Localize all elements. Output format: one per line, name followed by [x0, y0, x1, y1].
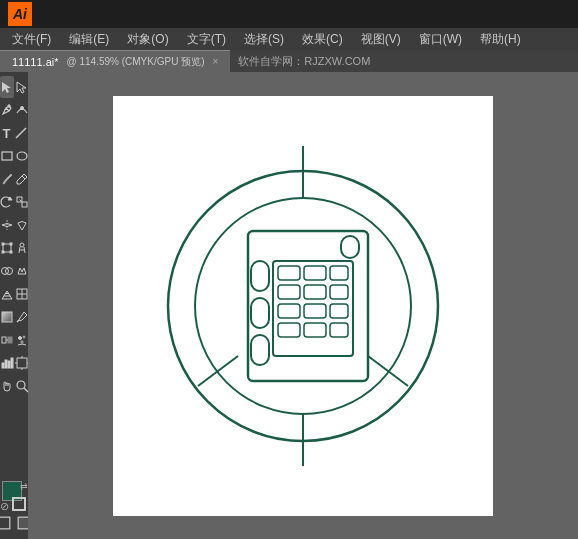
symbol-sprayer-tool[interactable]: [15, 329, 29, 351]
svg-rect-15: [10, 251, 12, 253]
svg-point-29: [20, 341, 22, 343]
menu-file[interactable]: 文件(F): [4, 29, 59, 50]
svg-rect-31: [5, 360, 7, 368]
svg-rect-42: [18, 517, 28, 529]
svg-rect-64: [251, 298, 269, 328]
svg-rect-12: [2, 243, 4, 245]
svg-rect-41: [0, 517, 10, 529]
full-mode-icon[interactable]: [15, 515, 28, 531]
screen-mode-row: [0, 515, 28, 531]
svg-point-27: [18, 337, 21, 340]
svg-rect-60: [278, 323, 300, 337]
hand-tool[interactable]: [0, 375, 14, 397]
svg-point-0: [7, 105, 9, 107]
menu-edit[interactable]: 编辑(E): [61, 29, 117, 50]
normal-mode-icon[interactable]: [0, 515, 13, 531]
svg-rect-32: [8, 361, 10, 368]
canvas-area: [28, 72, 578, 539]
svg-rect-53: [330, 266, 348, 280]
width-tool[interactable]: [0, 214, 14, 236]
artboard-tool[interactable]: [15, 352, 29, 374]
menu-help[interactable]: 帮助(H): [472, 29, 529, 50]
svg-point-39: [17, 381, 25, 389]
svg-rect-14: [2, 251, 4, 253]
menu-window[interactable]: 窗口(W): [411, 29, 470, 50]
svg-rect-59: [330, 304, 348, 318]
title-bar: Ai: [0, 0, 578, 28]
svg-rect-24: [2, 337, 6, 343]
svg-line-47: [198, 356, 238, 386]
curvature-tool[interactable]: [15, 99, 29, 121]
puppet-warp-tool[interactable]: [15, 237, 29, 259]
svg-rect-13: [10, 243, 12, 245]
svg-line-5: [22, 176, 25, 179]
svg-rect-30: [2, 363, 4, 368]
svg-rect-51: [278, 266, 300, 280]
svg-rect-50: [273, 261, 353, 356]
svg-rect-33: [11, 358, 13, 368]
svg-point-43: [168, 171, 438, 441]
svg-rect-62: [330, 323, 348, 337]
free-transform-tool[interactable]: [0, 237, 14, 259]
tab-filename: 11111.ai*: [12, 56, 59, 68]
tab-close-button[interactable]: ×: [212, 56, 218, 67]
artboard: [113, 96, 493, 516]
swap-colors-icon[interactable]: ⇄: [20, 481, 28, 491]
svg-rect-3: [2, 152, 12, 160]
svg-rect-34: [17, 358, 27, 368]
scale-tool[interactable]: [15, 191, 29, 213]
menu-object[interactable]: 对象(O): [119, 29, 176, 50]
line-tool[interactable]: [14, 122, 28, 144]
ai-logo: Ai: [8, 2, 32, 26]
svg-rect-52: [304, 266, 326, 280]
stroke-color-box[interactable]: [12, 497, 26, 511]
menu-bar: 文件(F) 编辑(E) 对象(O) 文字(T) 选择(S) 效果(C) 视图(V…: [0, 28, 578, 50]
tab-bar: 11111.ai* @ 114.59% (CMYK/GPU 预览) × 软件自学…: [0, 50, 578, 72]
menu-type[interactable]: 文字(T): [179, 29, 234, 50]
svg-rect-8: [22, 202, 27, 207]
svg-rect-49: [248, 231, 368, 381]
direct-selection-tool[interactable]: [15, 76, 29, 98]
svg-line-23: [17, 320, 19, 322]
svg-line-40: [24, 388, 28, 392]
eyedropper-tool[interactable]: [15, 306, 29, 328]
live-paint-tool[interactable]: [15, 260, 29, 282]
svg-point-16: [20, 243, 24, 247]
selection-tool[interactable]: [0, 76, 14, 98]
type-tool[interactable]: T: [0, 122, 13, 144]
zoom-tool[interactable]: [15, 375, 29, 397]
none-color-icon[interactable]: ⊘: [0, 500, 9, 513]
svg-rect-56: [330, 285, 348, 299]
paintbrush-tool[interactable]: [0, 168, 14, 190]
rotate-tool[interactable]: [0, 191, 14, 213]
shape-builder-tool[interactable]: [0, 260, 14, 282]
menu-view[interactable]: 视图(V): [353, 29, 409, 50]
perspective-grid-tool[interactable]: [0, 283, 14, 305]
svg-rect-57: [278, 304, 300, 318]
svg-line-48: [368, 356, 408, 386]
pencil-tool[interactable]: [15, 168, 29, 190]
active-tab[interactable]: 11111.ai* @ 114.59% (CMYK/GPU 预览) ×: [0, 50, 230, 72]
artwork: [143, 126, 463, 486]
svg-rect-63: [251, 261, 269, 291]
svg-point-28: [23, 336, 25, 338]
svg-line-2: [16, 128, 26, 138]
svg-rect-65: [251, 335, 269, 365]
warp-tool[interactable]: [15, 214, 29, 236]
menu-select[interactable]: 选择(S): [236, 29, 292, 50]
column-graph-tool[interactable]: [0, 352, 14, 374]
tab-extra-label: 软件自学网：RJZXW.COM: [230, 54, 378, 69]
left-toolbar: T: [0, 72, 28, 539]
rectangle-tool[interactable]: [0, 145, 14, 167]
svg-rect-55: [304, 285, 326, 299]
tab-zoom-info: @ 114.59% (CMYK/GPU 预览): [67, 55, 205, 69]
workspace: T: [0, 72, 578, 539]
svg-point-1: [20, 107, 23, 110]
svg-rect-54: [278, 285, 300, 299]
menu-effect[interactable]: 效果(C): [294, 29, 351, 50]
mesh-tool[interactable]: [15, 283, 29, 305]
pen-tool[interactable]: [0, 99, 14, 121]
blend-tool[interactable]: [0, 329, 14, 351]
gradient-tool[interactable]: [0, 306, 14, 328]
ellipse-tool[interactable]: [15, 145, 29, 167]
